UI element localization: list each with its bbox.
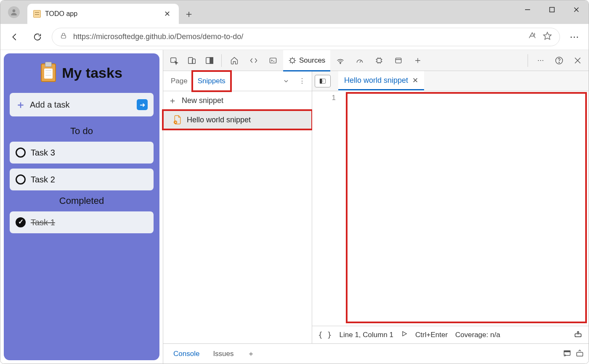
- window-close-button[interactable]: [564, 0, 589, 19]
- svg-marker-6: [544, 32, 551, 40]
- new-snippet-button[interactable]: ＋ New snippet: [163, 91, 312, 111]
- tab-memory[interactable]: [370, 50, 388, 71]
- svg-rect-25: [377, 58, 381, 63]
- svg-line-20: [294, 62, 295, 63]
- favicon-icon: [33, 10, 41, 18]
- subtabs-more-icon[interactable]: ⋮: [295, 74, 309, 88]
- tab-application[interactable]: [389, 50, 408, 71]
- pretty-print-icon[interactable]: { }: [318, 330, 332, 339]
- subtabs-overflow-icon[interactable]: [279, 74, 293, 88]
- subtab-page[interactable]: Page: [166, 71, 193, 91]
- plus-icon: ＋: [168, 95, 177, 106]
- task-checkbox-checked[interactable]: [16, 217, 26, 227]
- tab-welcome[interactable]: [225, 50, 244, 71]
- drawer-tab-issues[interactable]: Issues: [207, 344, 239, 364]
- svg-point-0: [13, 9, 16, 12]
- new-snippet-label: New snippet: [182, 96, 223, 105]
- add-task-label: Add a task: [30, 100, 133, 110]
- new-tab-button[interactable]: ＋: [179, 4, 199, 24]
- task-name: Task 3: [31, 148, 55, 158]
- devtools-drawer: Console Issues ＋: [163, 343, 589, 364]
- devtools-tabbar: Sources ⋯: [163, 50, 589, 71]
- tab-sources[interactable]: Sources: [283, 50, 330, 71]
- window-minimize-button[interactable]: [515, 0, 540, 19]
- browser-tab[interactable]: TODO app ✕: [27, 4, 179, 24]
- toggle-navigator-icon[interactable]: [315, 75, 331, 87]
- svg-rect-51: [577, 352, 583, 356]
- clipboard-icon: [41, 63, 56, 82]
- submit-arrow-icon[interactable]: ➜: [137, 99, 148, 110]
- task-checkbox[interactable]: [16, 174, 26, 185]
- tab-performance[interactable]: [350, 50, 369, 71]
- task-item-done[interactable]: Task 1: [10, 211, 154, 233]
- svg-point-23: [340, 63, 341, 63]
- section-todo-header: To do: [10, 126, 154, 137]
- editor-tab-snippet[interactable]: Hello world snippet ✕: [338, 71, 424, 91]
- svg-line-21: [294, 58, 295, 59]
- url-text: https://microsoftedge.github.io/Demos/de…: [73, 32, 522, 41]
- omnibox[interactable]: https://microsoftedge.github.io/Demos/de…: [52, 28, 560, 46]
- line-number: 1: [312, 94, 336, 102]
- add-task-input[interactable]: ＋ Add a task ➜: [10, 93, 154, 116]
- snippet-file-icon: [173, 115, 182, 125]
- code-area[interactable]: [342, 91, 589, 326]
- drawer-tab-add[interactable]: ＋: [241, 344, 260, 364]
- svg-rect-34: [396, 58, 401, 63]
- dock-side-icon[interactable]: [201, 52, 218, 69]
- tab-title: TODO app: [45, 10, 159, 18]
- devtools-more-icon[interactable]: ⋯: [532, 52, 549, 69]
- task-checkbox[interactable]: [16, 148, 26, 158]
- devtools: Sources ⋯ Page Snip: [163, 50, 589, 364]
- read-aloud-icon[interactable]: [528, 31, 537, 42]
- plus-icon: ＋: [16, 98, 26, 111]
- tab-console[interactable]: [264, 50, 282, 71]
- run-hint: Ctrl+Enter: [415, 331, 448, 339]
- tab-sources-label: Sources: [299, 56, 325, 65]
- subtab-snippets[interactable]: Snippets: [193, 71, 231, 91]
- browser-more-button[interactable]: ⋯: [566, 29, 583, 45]
- snippet-item[interactable]: Hello world snippet: [163, 111, 312, 129]
- editor-tab-close-icon[interactable]: ✕: [412, 76, 418, 85]
- svg-rect-2: [550, 8, 555, 12]
- drawer-expand-icon[interactable]: [575, 348, 584, 359]
- tab-network[interactable]: [331, 50, 350, 71]
- task-item[interactable]: Task 2: [10, 169, 154, 190]
- tab-elements[interactable]: [244, 50, 263, 71]
- lock-icon: [60, 32, 67, 42]
- devtools-close-icon[interactable]: [569, 52, 586, 69]
- favorite-icon[interactable]: [543, 31, 552, 42]
- drawer-tab-console[interactable]: Console: [167, 344, 205, 364]
- svg-rect-49: [564, 351, 570, 352]
- rendered-page: My tasks ＋ Add a task ➜ To do Task 3 Tas…: [0, 50, 163, 364]
- address-bar: https://microsoftedge.github.io/Demos/de…: [0, 24, 589, 50]
- refresh-button[interactable]: [29, 29, 46, 45]
- inspect-element-icon[interactable]: [166, 52, 183, 69]
- devtools-help-icon[interactable]: [551, 52, 568, 69]
- svg-point-39: [559, 62, 559, 62]
- editor-tab-label: Hello world snippet: [344, 76, 408, 85]
- drawer-issues-icon[interactable]: [562, 348, 572, 359]
- svg-rect-12: [270, 58, 276, 63]
- coverage-status: Coverage: n/a: [455, 331, 500, 339]
- task-name: Task 2: [31, 175, 55, 185]
- run-snippet-icon[interactable]: [401, 330, 408, 339]
- svg-line-19: [290, 58, 291, 59]
- svg-marker-45: [403, 332, 406, 336]
- device-toolbar-icon[interactable]: [183, 52, 200, 69]
- coverage-reload-icon[interactable]: [573, 329, 583, 340]
- sources-editor: Hello world snippet ✕ 1 { }: [312, 71, 589, 343]
- back-button[interactable]: [6, 29, 23, 45]
- svg-line-24: [360, 61, 361, 63]
- todo-app: My tasks ＋ Add a task ➜ To do Task 3 Tas…: [4, 53, 159, 360]
- editor-gutter: 1: [312, 91, 342, 326]
- window-maximize-button[interactable]: [540, 0, 564, 19]
- tab-close-icon[interactable]: ✕: [163, 9, 171, 18]
- svg-rect-11: [210, 57, 213, 63]
- profile-icon[interactable]: [8, 6, 20, 18]
- annotation-highlight: [346, 92, 587, 323]
- task-name: Task 1: [31, 218, 55, 227]
- editor-statusbar: { } Line 1, Column 1 Ctrl+Enter Coverage…: [312, 326, 589, 343]
- tab-more[interactable]: [409, 50, 427, 71]
- task-item[interactable]: Task 3: [10, 142, 154, 164]
- sources-navigator: Page Snippets ⋮ ＋ New snippet: [163, 71, 312, 343]
